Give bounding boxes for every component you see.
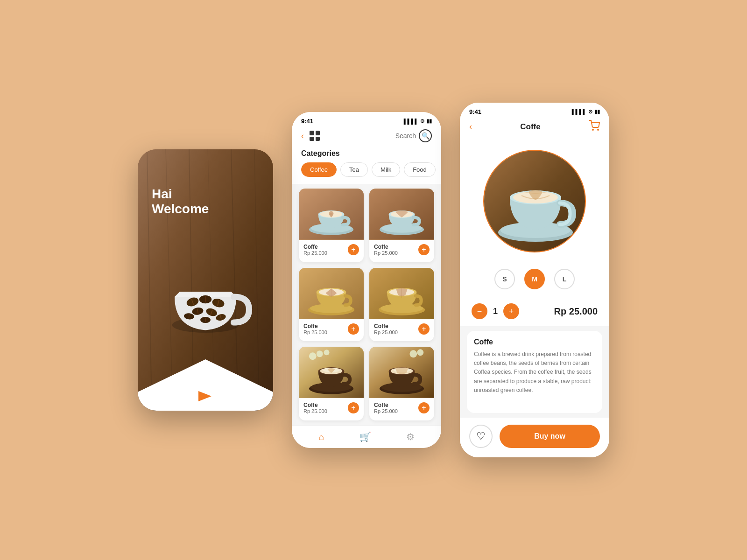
- svg-point-63: [409, 350, 417, 358]
- product-info: Coffe Rp 25.000 +: [299, 398, 364, 418]
- product-info: Coffe Rp 25.000 +: [369, 398, 434, 418]
- product-price: Rp 25.000: [303, 329, 327, 335]
- quantity-value: 1: [493, 307, 498, 316]
- screen-header: ‹ Search 🔍: [292, 125, 441, 149]
- product-info: Coffe Rp 25.000 +: [369, 240, 434, 259]
- tab-coffee[interactable]: Coffee: [301, 162, 337, 177]
- action-bar: ♡ Buy now: [460, 418, 609, 457]
- product-image-circle: [483, 150, 586, 252]
- svg-point-66: [598, 129, 599, 130]
- svg-point-30: [330, 213, 333, 216]
- product-card[interactable]: Coffe Rp 25.000 +: [369, 347, 434, 420]
- decrease-quantity-button[interactable]: −: [472, 303, 487, 319]
- products-grid: Coffe Rp 25.000 +: [292, 184, 441, 425]
- svg-point-54: [309, 353, 317, 360]
- product-card[interactable]: Coffe Rp 25.000 +: [299, 268, 364, 342]
- search-icon[interactable]: 🔍: [419, 129, 432, 142]
- bottom-navigation: ⌂ 🛒 ⚙: [292, 425, 441, 448]
- product-name: Coffe: [374, 244, 398, 250]
- product-desc-text: Coffee is a brewed drink prepared from r…: [474, 350, 595, 395]
- tab-milk[interactable]: Milk: [372, 162, 400, 177]
- increase-quantity-button[interactable]: +: [503, 303, 519, 319]
- wishlist-button[interactable]: ♡: [469, 425, 493, 448]
- welcome-subtitle: Welcome: [152, 202, 209, 217]
- size-s-button[interactable]: S: [494, 269, 515, 289]
- svg-point-56: [324, 350, 330, 356]
- svg-point-64: [417, 350, 423, 356]
- product-card[interactable]: Coffe Rp 25.000 +: [299, 189, 364, 262]
- svg-point-55: [317, 351, 323, 357]
- quantity-control: − 1 +: [472, 303, 519, 319]
- product-image: [369, 268, 434, 319]
- buy-now-button[interactable]: Buy now: [500, 425, 600, 448]
- detail-back-button[interactable]: ‹: [469, 122, 472, 132]
- product-card[interactable]: Coffe Rp 25.000 +: [299, 347, 364, 420]
- detail-product-title: Coffe: [520, 122, 540, 132]
- detail-status-bar: 9:41 ▌▌▌▌ ⊙ ▮▮: [460, 103, 609, 115]
- svg-line-19: [189, 314, 189, 318]
- price-display: Rp 25.000: [554, 306, 598, 317]
- product-name: Coffe: [303, 323, 327, 329]
- product-info: Coffe Rp 25.000 +: [299, 319, 364, 339]
- detail-screen: 9:41 ▌▌▌▌ ⊙ ▮▮ ‹ Coffe: [460, 103, 609, 457]
- product-card[interactable]: Coffe Rp 25.000 +: [369, 268, 434, 342]
- svg-point-65: [592, 129, 593, 130]
- coffee-beans-cup-image: [154, 245, 257, 348]
- size-l-button[interactable]: L: [554, 269, 575, 289]
- detail-header: ‹ Coffe: [460, 115, 609, 140]
- product-image: [299, 347, 364, 398]
- cart-nav-icon[interactable]: 🛒: [359, 431, 371, 442]
- home-nav-icon[interactable]: ⌂: [318, 432, 324, 442]
- welcome-screen: Hai Welcome: [138, 149, 273, 411]
- product-desc-title: Coffe: [474, 338, 595, 346]
- product-price: Rp 25.000: [303, 250, 327, 256]
- detail-time: 9:41: [469, 108, 481, 115]
- product-name: Coffe: [303, 244, 327, 250]
- add-to-cart-button[interactable]: +: [348, 402, 359, 413]
- search-area[interactable]: Search 🔍: [395, 129, 432, 142]
- add-to-cart-button[interactable]: +: [418, 244, 430, 255]
- product-name: Coffe: [374, 402, 398, 408]
- product-description-card: Coffe Coffee is a brewed drink prepared …: [467, 331, 602, 413]
- settings-nav-icon[interactable]: ⚙: [406, 431, 415, 442]
- product-price: Rp 25.000: [374, 329, 398, 335]
- product-name: Coffe: [303, 402, 327, 408]
- categories-label: Categories: [292, 149, 441, 162]
- back-button[interactable]: ‹: [301, 131, 304, 141]
- product-image: [369, 347, 434, 398]
- grid-view-icon[interactable]: [310, 131, 320, 141]
- product-price: Rp 25.000: [374, 250, 398, 256]
- product-info: Coffe Rp 25.000 +: [369, 319, 434, 339]
- product-name: Coffe: [374, 323, 398, 329]
- add-to-cart-button[interactable]: +: [348, 244, 359, 255]
- product-price: Rp 25.000: [303, 408, 327, 414]
- categories-screen: 9:41 ▌▌▌▌ ⊙ ▮▮ ‹ Search 🔍 Categories: [292, 112, 441, 448]
- add-to-cart-button[interactable]: +: [418, 402, 430, 413]
- product-card[interactable]: Coffe Rp 25.000 +: [369, 189, 434, 262]
- quantity-price-section: − 1 + Rp 25.000: [460, 296, 609, 326]
- welcome-hai: Hai: [152, 187, 209, 202]
- size-selector: S M L: [460, 262, 609, 296]
- product-price: Rp 25.000: [374, 408, 398, 414]
- detail-cart-icon[interactable]: [589, 120, 600, 133]
- tab-food[interactable]: Food: [404, 162, 436, 177]
- product-image: [369, 189, 434, 240]
- time-display: 9:41: [301, 118, 313, 125]
- product-image-section: [460, 140, 609, 262]
- category-tabs: Coffee Tea Milk Food: [292, 162, 441, 184]
- add-to-cart-button[interactable]: +: [348, 323, 359, 335]
- status-icons: ▌▌▌▌ ⊙ ▮▮: [404, 118, 432, 124]
- product-info: Coffe Rp 25.000 +: [299, 240, 364, 259]
- search-label: Search: [395, 132, 416, 140]
- status-bar: 9:41 ▌▌▌▌ ⊙ ▮▮: [292, 112, 441, 125]
- heart-icon: ♡: [476, 430, 486, 442]
- size-m-button[interactable]: M: [524, 269, 545, 289]
- tab-tea[interactable]: Tea: [340, 162, 368, 177]
- product-image: [299, 268, 364, 319]
- detail-status-icons: ▌▌▌▌ ⊙ ▮▮: [572, 109, 600, 115]
- product-image: [299, 189, 364, 240]
- add-to-cart-button[interactable]: +: [418, 323, 430, 335]
